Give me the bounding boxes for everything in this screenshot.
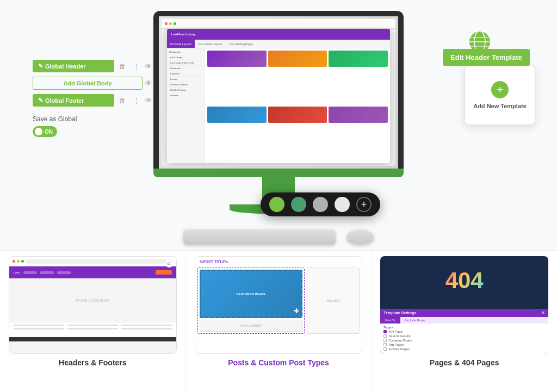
checkbox-category[interactable] [383,339,387,342]
hf-footer-col-3 [121,325,172,335]
color-dot-2[interactable] [291,197,306,212]
cat-art[interactable]: Art & Design [169,55,202,60]
layout-item-5[interactable] [268,107,327,123]
ts-pages-label: Pages [383,326,545,329]
ts-checkbox-category: Category Pages [383,339,545,342]
modal-tab-premade[interactable]: Premade Layouts [167,40,195,48]
hf-bottom-bar [9,337,176,341]
hf-footer-line-2 [14,328,64,329]
checkbox-404[interactable] [383,330,387,333]
layout-item-6[interactable] [329,107,388,123]
ts-close-icon[interactable]: ✕ [541,310,545,315]
add-template-label: Add New Template [473,103,527,109]
layout-item-2[interactable] [268,51,327,67]
eye-icon-footer[interactable]: 👁 [145,96,152,105]
add-template-circle-button[interactable]: + [491,81,509,98]
monitor-chin [153,169,404,177]
toggle-text: ON [45,129,53,135]
hf-content-text: PAGE CONTENT [76,298,110,303]
feature-card-posts: %POST TITLE% FEATURED IMAGE ✚ POST CONTE… [186,251,372,392]
layout-item-1[interactable] [207,51,267,67]
modal-tabs: Premade Layouts Your Saved Layouts Your … [167,40,390,48]
checkbox-archive-label: Archive Pages [388,347,410,351]
pages-404-section: 404 [380,256,548,305]
modal-tab-existing[interactable]: Your Existing Pages [226,40,257,48]
save-global-section: Save as Global ON [33,115,152,138]
cat-restaurant[interactable]: Restaurant [169,66,202,71]
mouse [346,229,374,245]
dot-red [13,260,15,263]
hf-footer-line-6 [121,328,172,329]
layout-item-4[interactable] [207,107,267,123]
bottom-section: ⚙ LOGO PAGE CONTENT [0,251,557,392]
hf-footer-line-1 [14,325,64,326]
cat-education[interactable]: Education [169,71,202,77]
posts-label: Posts & Custom Post Types [228,358,329,367]
global-header-row: ✎ Global Header 🗑 ⋮ 👁 [33,60,152,72]
checkbox-archive[interactable] [383,347,387,351]
settings-icon-hf: ⚙ [165,260,173,267]
ts-tab-exclude-from[interactable]: Exclude From [400,317,429,323]
hf-footer-col-1 [14,325,64,335]
keyboard-area [183,229,374,245]
modal-title: Load From Library [171,33,195,36]
builder-header [162,19,395,29]
right-panel: Edit Header Template ↖ + Add New Templat… [443,49,530,66]
post-content-box: POST CONTENT [200,320,303,332]
dots-icon-footer[interactable]: ⋮ [131,95,143,107]
featured-plus-icon: ✚ [294,307,299,315]
global-footer-button[interactable]: ✎ Global Footer [33,94,114,107]
toggle-on[interactable]: ON [33,126,57,137]
hf-nav-2 [40,271,54,274]
feature-card-headers-footers: ⚙ LOGO PAGE CONTENT [0,251,186,392]
modal-body: Categories Art & Design Community & Non-… [167,48,390,163]
hf-content: PAGE CONTENT [9,278,176,322]
hf-nav-1 [23,271,37,274]
keyboard [183,229,336,245]
hf-preview: ⚙ LOGO PAGE CONTENT [9,256,177,354]
color-dot-4[interactable] [335,197,350,212]
cat-lifestyle[interactable]: Lifestyle [169,93,202,98]
global-header-button[interactable]: ✎ Global Header [33,60,114,72]
checkbox-search[interactable] [383,334,387,338]
add-global-body-row: Add Global Body 👁 [33,77,152,90]
ts-tab-use-on[interactable]: Use On [380,317,400,323]
modal-tab-saved[interactable]: Your Saved Layouts [195,40,226,48]
hf-url-bar [26,259,173,264]
checkbox-category-label: Category Pages [388,339,412,342]
hf-logo-text: LOGO [14,271,20,274]
add-global-body-button[interactable]: Add Global Body [33,77,143,90]
hf-footer-col-2 [67,325,118,335]
layout-item-3[interactable] [329,51,388,67]
color-dot-1[interactable] [269,197,284,212]
modal-header: Load From Library [167,29,390,40]
color-add-button[interactable]: + [356,197,372,212]
feature-card-pages: 404 Template Settings ✕ Use On Exclude F… [372,251,557,392]
featured-image-label: FEATURED IMAGE [237,293,266,296]
hf-footer [9,322,176,337]
dots-icon-header[interactable]: ⋮ [131,60,143,72]
hf-purple-header: LOGO [9,266,176,278]
eye-icon-body[interactable]: 👁 [145,79,152,88]
post-title-text: %POST TITLE% [200,260,228,264]
trash-icon-header[interactable]: 🗑 [116,60,128,72]
color-dot-3[interactable] [313,197,328,212]
modal-grid [205,48,390,163]
left-panel: ✎ Global Header 🗑 ⋮ 👁 Add Global Body 👁 … [33,60,152,138]
posts-preview: %POST TITLE% FEATURED IMAGE ✚ POST CONTE… [195,256,363,354]
trash-icon-footer[interactable]: 🗑 [116,95,128,107]
edit-header-template-button[interactable]: Edit Header Template [443,49,530,66]
categories-label: Categories [169,51,202,53]
posts-main-dashed: FEATURED IMAGE ✚ POST CONTENT [197,267,305,334]
color-palette: + [261,192,380,216]
ts-tabs: Use On Exclude From [380,317,548,323]
cat-community[interactable]: Community & Non-Profit [169,60,202,66]
ts-body: Pages 404 Page Search Results Category P… [380,323,548,354]
cat-health[interactable]: Health & Fitness [169,88,202,93]
cat-events[interactable]: Events [169,77,202,82]
template-settings-panel: Template Settings ✕ Use On Exclude From … [380,309,548,354]
checkbox-tag[interactable] [383,343,387,346]
eye-icon-header[interactable]: 👁 [145,62,152,71]
hf-footer-line-5 [121,325,172,326]
cat-fashion[interactable]: Fashion & Beauty [169,82,202,88]
